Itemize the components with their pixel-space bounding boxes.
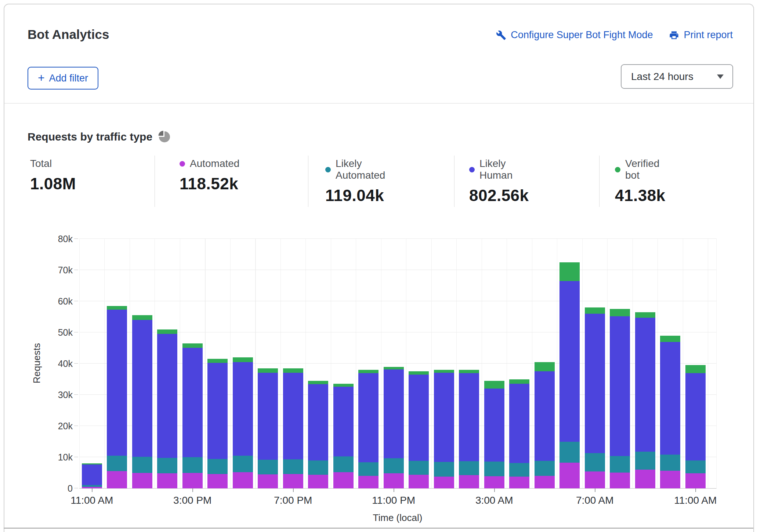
x-tick-label: 11:00 AM <box>674 495 717 506</box>
segment-likely-automated <box>459 461 479 475</box>
stat-likely-human[interactable]: Likely Human802.56k <box>469 158 529 205</box>
stacked-bar[interactable] <box>182 343 203 488</box>
segment-automated <box>207 474 228 488</box>
stacked-bar[interactable] <box>409 371 429 488</box>
stat-likely-automated[interactable]: Likely Automated119.04k <box>325 158 385 205</box>
segment-likely-human <box>660 342 680 455</box>
segment-likely-automated <box>585 453 605 471</box>
legend-dot <box>615 167 620 172</box>
bar-slot-100am <box>431 239 457 488</box>
bar-slot-1000am <box>658 239 683 488</box>
section-title: Requests by traffic type <box>28 131 152 143</box>
segment-automated <box>157 473 177 488</box>
stacked-bar[interactable] <box>283 368 303 488</box>
y-tick-label: 0 <box>68 483 73 494</box>
segment-likely-human <box>82 464 102 485</box>
y-tick-mark <box>74 270 78 270</box>
stacked-bar[interactable] <box>610 309 630 488</box>
stacked-bar[interactable] <box>308 381 328 488</box>
y-tick-label: 50k <box>58 327 73 338</box>
stacked-bar[interactable] <box>233 357 253 488</box>
stacked-bar[interactable] <box>509 379 529 488</box>
segment-automated <box>585 471 605 488</box>
stat-value: 119.04k <box>325 186 385 205</box>
y-axis-title: Requests <box>31 343 43 383</box>
stacked-bar[interactable] <box>107 306 127 488</box>
y-tick-mark <box>74 426 78 426</box>
segment-likely-automated <box>635 452 655 470</box>
x-tick-label: 3:00 PM <box>173 495 211 506</box>
segment-automated <box>635 470 655 488</box>
segment-likely-human <box>157 334 177 458</box>
stat-label: Likely Automated <box>336 158 385 181</box>
bar-slot-500am <box>532 239 557 488</box>
segment-automated <box>233 472 253 488</box>
segment-automated <box>434 477 454 488</box>
segment-automated <box>685 473 706 488</box>
segment-likely-human <box>107 310 127 456</box>
segment-likely-automated <box>333 456 354 472</box>
y-tick-label: 40k <box>58 358 73 369</box>
stacked-bar[interactable] <box>82 463 102 488</box>
segment-verified-bot <box>509 379 529 384</box>
stacked-bar[interactable] <box>333 384 354 488</box>
configure-super-bot-fight-mode-link[interactable]: Configure Super Bot Fight Mode <box>496 29 653 41</box>
stacked-bar[interactable] <box>635 312 655 488</box>
segment-automated <box>535 476 555 488</box>
segment-likely-automated <box>660 455 680 470</box>
stat-automated[interactable]: Automated118.52k <box>180 158 239 193</box>
stacked-bar[interactable] <box>207 359 228 488</box>
segment-verified-bot <box>308 381 328 384</box>
bar-slot-700pm <box>280 239 306 488</box>
segment-verified-bot <box>559 262 580 281</box>
stacked-bar[interactable] <box>585 307 605 488</box>
segment-automated <box>333 472 354 488</box>
bar-slot-600pm <box>256 239 281 488</box>
segment-likely-human <box>459 373 479 461</box>
y-tick-mark <box>74 457 78 457</box>
bar-slot-1200pm <box>105 239 130 488</box>
bar-slot-900am <box>633 239 658 488</box>
segment-automated <box>610 473 630 488</box>
stacked-bar[interactable] <box>157 329 177 488</box>
time-range-dropdown[interactable]: Last 24 hours <box>621 64 733 89</box>
segment-likely-automated <box>484 462 504 476</box>
stacked-bar[interactable] <box>660 336 680 488</box>
y-tick-mark <box>74 488 78 488</box>
bar-slot-200pm <box>155 239 180 488</box>
stacked-bar[interactable] <box>258 368 278 488</box>
segment-verified-bot <box>635 312 655 318</box>
segment-verified-bot <box>384 367 404 370</box>
x-tick-label: 7:00 PM <box>274 495 312 506</box>
print-report-link[interactable]: Print report <box>669 29 733 41</box>
segment-automated <box>258 474 278 488</box>
segment-verified-bot <box>107 306 127 310</box>
segment-automated <box>384 473 404 488</box>
segment-verified-bot <box>409 371 429 375</box>
segment-verified-bot <box>585 307 605 314</box>
stacked-bar[interactable] <box>459 370 479 488</box>
stacked-bar[interactable] <box>484 381 504 488</box>
bar-slot-400pm <box>205 239 231 488</box>
stacked-bar[interactable] <box>132 315 152 488</box>
stacked-bar[interactable] <box>384 367 404 488</box>
add-filter-button[interactable]: + Add filter <box>28 67 98 90</box>
stacked-bar[interactable] <box>358 370 378 488</box>
bar-slot-1100am <box>79 239 105 488</box>
stat-total[interactable]: Total1.08M <box>30 158 76 193</box>
segment-automated <box>283 474 303 488</box>
segment-likely-human <box>484 389 504 462</box>
bar-slot-400am <box>507 239 532 488</box>
segment-automated <box>660 471 680 488</box>
stat-verified-bot[interactable]: Verified bot41.38k <box>615 158 666 205</box>
segment-likely-human <box>559 281 580 442</box>
stacked-bar[interactable] <box>559 262 580 488</box>
segment-automated <box>409 475 429 488</box>
stacked-bar[interactable] <box>685 365 706 488</box>
stat-value: 41.38k <box>615 186 666 205</box>
stacked-bar[interactable] <box>434 370 454 488</box>
stacked-bar[interactable] <box>535 362 555 488</box>
y-tick-label: 20k <box>58 421 73 431</box>
segment-likely-automated <box>610 456 630 473</box>
print-link-label: Print report <box>684 29 733 41</box>
